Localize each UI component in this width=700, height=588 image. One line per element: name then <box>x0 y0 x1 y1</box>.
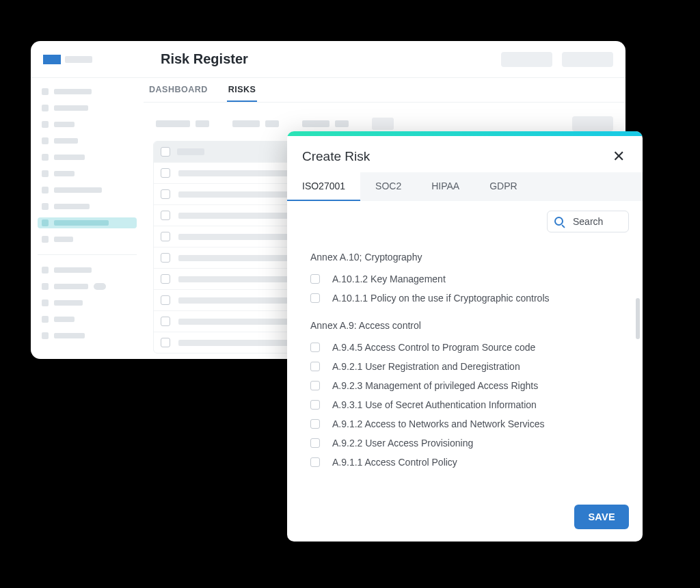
control-label: A.9.1.1 Access Control Policy <box>332 457 457 468</box>
sidebar-item[interactable] <box>38 201 137 212</box>
row-checkbox[interactable] <box>161 274 170 284</box>
tab-dashboard[interactable]: DASHBOARD <box>148 78 209 102</box>
main-topbar: Risk Register <box>31 41 625 78</box>
main-tabs: DASHBOARD RISKS <box>144 78 625 103</box>
control-checkbox[interactable] <box>310 419 320 429</box>
topbar-placeholder-button[interactable] <box>501 52 552 67</box>
control-item[interactable]: A.10.1.1 Policy on the use if Cryptograp… <box>310 289 625 308</box>
control-label: A.9.2.1 User Registration and Deregistra… <box>332 361 520 372</box>
sidebar-item[interactable] <box>38 281 137 292</box>
sidebar-item[interactable] <box>38 330 137 341</box>
control-item[interactable]: A.9.1.1 Access Control Policy <box>310 453 625 472</box>
filter-placeholder[interactable] <box>156 120 209 127</box>
logo-text-placeholder <box>65 56 92 63</box>
search-icon <box>554 217 565 227</box>
tab-risks[interactable]: RISKS <box>227 78 258 102</box>
select-all-checkbox[interactable] <box>161 147 170 157</box>
page-title: Risk Register <box>161 51 248 67</box>
row-checkbox[interactable] <box>161 189 170 199</box>
control-item[interactable]: A.9.4.5 Access Control to Program Source… <box>310 338 625 357</box>
sidebar-item[interactable] <box>38 185 137 196</box>
control-label: A.9.4.5 Access Control to Program Source… <box>332 342 535 353</box>
control-item[interactable]: A.9.2.2 User Access Provisioning <box>310 433 625 453</box>
sidebar <box>31 78 144 359</box>
sidebar-item[interactable] <box>38 168 137 179</box>
tab-hipaa[interactable]: HIPAA <box>416 172 474 201</box>
control-label: A.9.2.3 Management of privileged Access … <box>332 380 538 391</box>
row-checkbox[interactable] <box>161 338 170 347</box>
control-item[interactable]: A.10.1.2 Key Management <box>310 269 625 289</box>
sidebar-item[interactable] <box>38 297 137 308</box>
tab-gdpr[interactable]: GDPR <box>474 172 532 201</box>
control-checkbox[interactable] <box>310 343 320 352</box>
filter-placeholder[interactable] <box>372 118 394 130</box>
search-label: Search <box>573 216 603 227</box>
sidebar-item[interactable] <box>38 265 137 276</box>
control-label: A.10.1.2 Key Management <box>332 273 446 284</box>
tab-soc2[interactable]: SOC2 <box>360 172 416 201</box>
sidebar-item-selected[interactable] <box>38 217 137 228</box>
control-label: A.9.3.1 Use of Secret Authentication Inf… <box>332 399 537 410</box>
modal-title: Create Risk <box>302 149 370 164</box>
control-item[interactable]: A.9.1.2 Access to Networks and Network S… <box>310 414 625 433</box>
control-checkbox[interactable] <box>310 274 320 284</box>
sidebar-item[interactable] <box>38 119 137 130</box>
row-checkbox[interactable] <box>161 232 170 241</box>
row-checkbox[interactable] <box>161 211 170 220</box>
control-label: A.9.2.2 User Access Provisioning <box>332 438 473 449</box>
control-item[interactable]: A.9.2.3 Management of privileged Access … <box>310 376 625 395</box>
filter-placeholder[interactable] <box>302 120 349 127</box>
modal-header: Create Risk ✕ <box>287 131 643 172</box>
control-item[interactable]: A.9.2.1 User Registration and Deregistra… <box>310 357 625 376</box>
close-icon[interactable]: ✕ <box>610 148 628 165</box>
filter-placeholder[interactable] <box>232 120 279 127</box>
tab-iso27001[interactable]: ISO27001 <box>287 172 360 201</box>
control-group-title: Annex A.10; Cryptography <box>310 252 625 263</box>
row-checkbox[interactable] <box>161 168 170 178</box>
create-risk-modal: Create Risk ✕ ISO27001 SOC2 HIPAA GDPR S… <box>287 131 643 542</box>
search-input[interactable]: Search <box>547 211 629 232</box>
control-checkbox[interactable] <box>310 293 320 303</box>
control-checkbox[interactable] <box>310 362 320 371</box>
control-label: A.9.1.2 Access to Networks and Network S… <box>332 418 544 429</box>
sidebar-item[interactable] <box>38 234 137 245</box>
topbar-placeholder-button[interactable] <box>562 52 613 67</box>
row-checkbox[interactable] <box>161 317 170 326</box>
save-button[interactable]: SAVE <box>574 505 629 529</box>
action-button-placeholder[interactable] <box>572 116 613 131</box>
control-checkbox[interactable] <box>310 381 320 390</box>
sidebar-divider <box>38 254 137 255</box>
sidebar-item[interactable] <box>38 135 137 146</box>
control-item[interactable]: A.9.3.1 Use of Secret Authentication Inf… <box>310 395 625 414</box>
sidebar-item[interactable] <box>38 103 137 113</box>
modal-tabs: ISO27001 SOC2 HIPAA GDPR <box>287 172 643 201</box>
control-label: A.10.1.1 Policy on the use if Cryptograp… <box>332 293 550 304</box>
control-checkbox[interactable] <box>310 457 320 467</box>
sidebar-item[interactable] <box>38 152 137 163</box>
sidebar-item[interactable] <box>38 86 137 97</box>
modal-footer: SAVE <box>287 494 643 542</box>
control-checkbox[interactable] <box>310 438 320 448</box>
scrollbar-thumb[interactable] <box>636 298 640 339</box>
row-checkbox[interactable] <box>161 295 170 305</box>
modal-body: Annex A.10; CryptographyA.10.1.2 Key Man… <box>287 237 643 494</box>
control-checkbox[interactable] <box>310 400 320 410</box>
sidebar-item[interactable] <box>38 314 137 325</box>
row-checkbox[interactable] <box>161 253 170 263</box>
logo-icon <box>43 55 61 64</box>
control-group-title: Annex A.9: Access control <box>310 320 625 331</box>
